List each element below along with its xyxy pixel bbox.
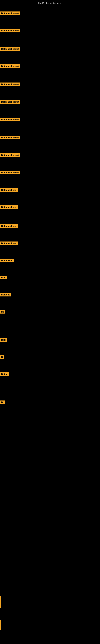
bottleneck-badge-12: Bottleneck res — [0, 205, 18, 209]
bottleneck-badge-3: Bottleneck result — [0, 47, 20, 51]
bottleneck-badge-14: Bottleneck res — [0, 242, 18, 245]
bottleneck-badge-9: Bottleneck result — [0, 153, 20, 157]
bottleneck-badge-17: Bottlene — [0, 293, 11, 296]
bottleneck-badge-19: Bott — [0, 338, 7, 342]
bottleneck-badge-2: Bottleneck result — [0, 29, 20, 32]
bottleneck-badge-21: Bottle — [0, 372, 9, 376]
bottleneck-badge-15: Bottleneck — [0, 258, 14, 262]
bottleneck-badge-22: Bo — [0, 400, 5, 404]
bottleneck-badge-6: Bottleneck result — [0, 100, 20, 104]
bottleneck-badge-5: Bottleneck result — [0, 82, 20, 86]
site-title: TheBottlenecker.com — [0, 1, 100, 6]
bottleneck-badge-18: Bo — [0, 310, 5, 314]
bottleneck-badge-20: B — [0, 355, 3, 359]
bottleneck-badge-8: Bottleneck result — [0, 136, 20, 139]
vertical-line-1 — [0, 596, 1, 608]
bottleneck-badge-11: Bottleneck res — [0, 188, 18, 192]
vertical-line-2 — [0, 620, 1, 630]
bottleneck-badge-4: Bottleneck result — [0, 64, 20, 68]
bottleneck-badge-1: Bottleneck result — [0, 12, 20, 15]
bottleneck-badge-13: Bottleneck res — [0, 224, 18, 228]
bottleneck-badge-16: Bottl — [0, 276, 7, 279]
bottleneck-badge-10: Bottleneck result — [0, 171, 20, 174]
bottleneck-badge-7: Bottleneck result — [0, 118, 20, 121]
